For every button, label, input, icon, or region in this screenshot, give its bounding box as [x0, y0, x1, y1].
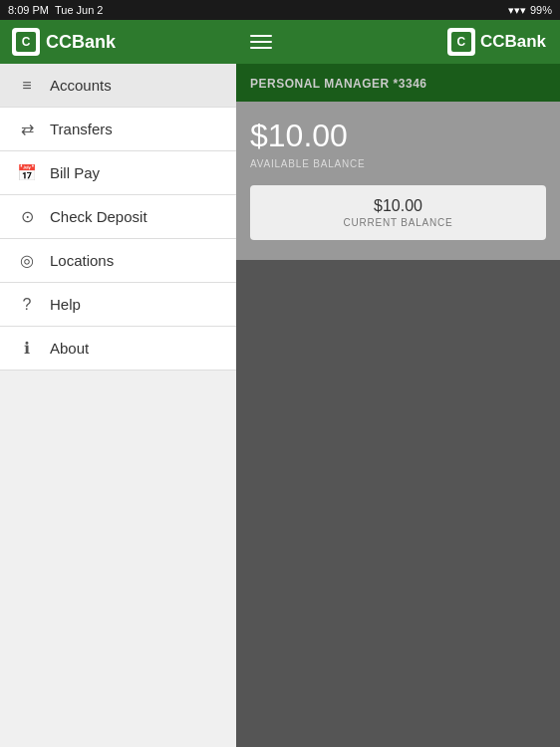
help-icon: ? [16, 296, 38, 314]
main-layout: ≡ Accounts ⇄ Transfers 📅 Bill Pay ⊙ Chec… [0, 64, 560, 747]
wifi-icon: ▾▾▾ [508, 4, 526, 17]
nav-main: C CCBank [236, 28, 560, 56]
status-date: Tue Jun 2 [55, 4, 104, 16]
sidebar-item-checkdeposit[interactable]: ⊙ Check Deposit [0, 195, 236, 239]
current-balance-amount: $10.00 [374, 197, 422, 215]
sidebar-label-locations: Locations [50, 252, 114, 269]
billpay-icon: 📅 [16, 163, 38, 182]
nav-right-logo-inner: C [451, 32, 471, 52]
available-balance-label: AVAILABLE BALANCE [250, 158, 546, 169]
menu-button[interactable] [250, 35, 272, 49]
nav-right-logo-icon: C [447, 28, 475, 56]
sidebar-label-accounts: Accounts [50, 77, 112, 94]
nav-bar: C CCBank C CCBank [0, 20, 560, 64]
logo-inner: C [16, 32, 36, 52]
hamburger-line-2 [250, 41, 272, 43]
sidebar-item-transfers[interactable]: ⇄ Transfers [0, 108, 236, 151]
sidebar-item-help[interactable]: ? Help [0, 283, 236, 327]
account-card: PERSONAL MANAGER *3346 $10.00 AVAILABLE … [236, 64, 560, 260]
nav-right-logo: C CCBank [447, 28, 546, 56]
nav-right-logo-text: CCBank [480, 32, 546, 52]
status-time: 8:09 PM [8, 4, 49, 16]
sidebar-item-about[interactable]: ℹ About [0, 327, 236, 371]
sidebar-item-billpay[interactable]: 📅 Bill Pay [0, 151, 236, 195]
logo-text: CCBank [46, 32, 116, 53]
current-balance-box: $10.00 CURRENT BALANCE [250, 185, 546, 240]
sidebar-label-about: About [50, 340, 89, 357]
checkdeposit-icon: ⊙ [16, 207, 38, 226]
sidebar-item-locations[interactable]: ◎ Locations [0, 239, 236, 283]
sidebar-label-billpay: Bill Pay [50, 164, 100, 181]
transfers-icon: ⇄ [16, 120, 38, 138]
locations-icon: ◎ [16, 251, 38, 270]
status-left: 8:09 PM Tue Jun 2 [8, 4, 103, 16]
sidebar-label-transfers: Transfers [50, 121, 113, 137]
sidebar-label-checkdeposit: Check Deposit [50, 208, 147, 225]
available-balance-amount: $10.00 [250, 118, 546, 154]
account-header-label: PERSONAL MANAGER *3346 [250, 77, 427, 91]
sidebar-item-accounts[interactable]: ≡ Accounts [0, 64, 236, 108]
status-bar: 8:09 PM Tue Jun 2 ▾▾▾ 99% [0, 0, 560, 20]
status-right: ▾▾▾ 99% [508, 4, 552, 17]
app-logo: C CCBank [12, 28, 116, 56]
sidebar: ≡ Accounts ⇄ Transfers 📅 Bill Pay ⊙ Chec… [0, 64, 236, 747]
hamburger-line-3 [250, 47, 272, 49]
account-header: PERSONAL MANAGER *3346 [236, 64, 560, 102]
about-icon: ℹ [16, 339, 38, 358]
sidebar-label-help: Help [50, 296, 81, 313]
logo-icon: C [12, 28, 40, 56]
content-area: PERSONAL MANAGER *3346 $10.00 AVAILABLE … [236, 64, 560, 747]
current-balance-label: CURRENT BALANCE [343, 217, 452, 228]
account-body: $10.00 AVAILABLE BALANCE $10.00 CURRENT … [236, 102, 560, 260]
hamburger-line-1 [250, 35, 272, 37]
content-bottom [236, 260, 560, 747]
nav-sidebar-logo: C CCBank [0, 28, 236, 56]
battery-icon: 99% [530, 4, 552, 16]
accounts-icon: ≡ [16, 77, 38, 95]
